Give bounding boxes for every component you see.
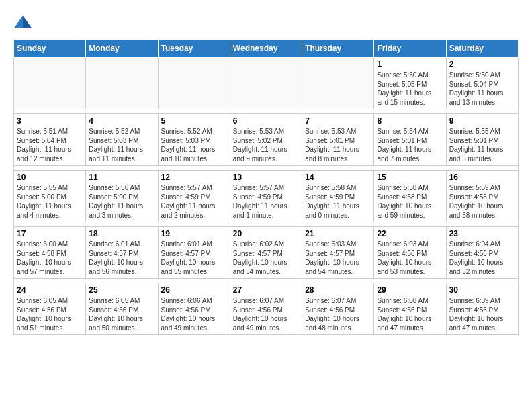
logo-icon bbox=[13, 13, 32, 32]
day-info-line: Daylight: 10 hours and 54 minutes. bbox=[305, 258, 371, 276]
day-number: 9 bbox=[449, 116, 515, 126]
weekday-header-cell: Sunday bbox=[14, 40, 86, 58]
weekday-header-cell: Tuesday bbox=[158, 40, 230, 58]
calendar-week-row: 1Sunrise: 5:50 AMSunset: 5:05 PMDaylight… bbox=[14, 58, 519, 109]
day-info-line: Sunset: 5:01 PM bbox=[449, 136, 515, 146]
day-number: 22 bbox=[377, 229, 443, 238]
day-number: 5 bbox=[161, 116, 227, 126]
day-info-line: Sunset: 5:00 PM bbox=[89, 193, 154, 202]
day-info-line: Sunset: 4:59 PM bbox=[233, 193, 299, 202]
day-info-line: Sunset: 5:05 PM bbox=[377, 80, 443, 89]
day-info-line: Sunset: 5:04 PM bbox=[449, 80, 515, 89]
day-info-line: Sunset: 4:56 PM bbox=[305, 306, 371, 315]
calendar-day-cell: 23Sunrise: 6:04 AMSunset: 4:56 PMDayligh… bbox=[446, 227, 518, 279]
weekday-header-cell: Thursday bbox=[302, 40, 374, 58]
day-number: 2 bbox=[449, 60, 515, 69]
calendar-day-cell: 3Sunrise: 5:51 AMSunset: 5:04 PMDaylight… bbox=[14, 114, 86, 166]
day-info-line: Sunrise: 5:54 AM bbox=[377, 127, 443, 136]
calendar-day-cell: 11Sunrise: 5:56 AMSunset: 5:00 PMDayligh… bbox=[86, 171, 158, 222]
day-info-line: Sunrise: 5:50 AM bbox=[377, 71, 443, 80]
day-number: 30 bbox=[449, 285, 515, 295]
day-info-line: Sunset: 4:56 PM bbox=[449, 306, 515, 315]
day-info-line: Sunset: 5:01 PM bbox=[377, 136, 443, 146]
day-number: 20 bbox=[233, 229, 299, 238]
day-info-line: Sunset: 4:57 PM bbox=[89, 249, 154, 259]
day-info-line: Daylight: 10 hours and 58 minutes. bbox=[449, 201, 515, 220]
day-number: 19 bbox=[161, 229, 227, 238]
day-info-line: Daylight: 11 hours and 1 minute. bbox=[233, 201, 299, 220]
day-number: 18 bbox=[89, 229, 154, 238]
day-info-line: Sunrise: 6:05 AM bbox=[89, 296, 154, 306]
day-number: 28 bbox=[305, 285, 371, 295]
calendar-day-cell: 15Sunrise: 5:58 AMSunset: 4:58 PMDayligh… bbox=[374, 171, 446, 222]
day-info-line: Daylight: 10 hours and 48 minutes. bbox=[305, 314, 371, 332]
calendar-spacer-row bbox=[14, 109, 519, 114]
day-info-line: Sunset: 4:58 PM bbox=[449, 193, 515, 202]
day-number: 16 bbox=[449, 173, 515, 182]
calendar-spacer-row bbox=[14, 166, 519, 171]
day-info-line: Sunrise: 5:59 AM bbox=[449, 183, 515, 193]
calendar-header-row: SundayMondayTuesdayWednesdayThursdayFrid… bbox=[14, 40, 519, 58]
calendar-day-cell: 27Sunrise: 6:07 AMSunset: 4:56 PMDayligh… bbox=[230, 283, 302, 335]
day-info-line: Sunrise: 5:53 AM bbox=[305, 127, 371, 136]
day-info-line: Sunset: 4:59 PM bbox=[161, 193, 227, 202]
day-info-line: Sunset: 4:56 PM bbox=[449, 249, 515, 259]
calendar-day-cell: 21Sunrise: 6:03 AMSunset: 4:57 PMDayligh… bbox=[302, 227, 374, 279]
day-number: 23 bbox=[449, 229, 515, 238]
day-info-line: Sunrise: 5:51 AM bbox=[17, 127, 83, 136]
day-info-line: Daylight: 11 hours and 9 minutes. bbox=[233, 145, 299, 163]
calendar-day-cell: 26Sunrise: 6:06 AMSunset: 4:56 PMDayligh… bbox=[158, 283, 230, 335]
calendar-day-cell: 8Sunrise: 5:54 AMSunset: 5:01 PMDaylight… bbox=[374, 114, 446, 166]
calendar-day-cell: 29Sunrise: 6:08 AMSunset: 4:56 PMDayligh… bbox=[374, 283, 446, 335]
day-info-line: Sunrise: 6:00 AM bbox=[17, 240, 83, 249]
calendar-day-cell: 16Sunrise: 5:59 AMSunset: 4:58 PMDayligh… bbox=[446, 171, 518, 222]
day-info-line: Sunset: 4:56 PM bbox=[377, 249, 443, 259]
day-info-line: Daylight: 10 hours and 50 minutes. bbox=[89, 314, 154, 332]
calendar-day-cell: 6Sunrise: 5:53 AMSunset: 5:02 PMDaylight… bbox=[230, 114, 302, 166]
day-number: 15 bbox=[377, 173, 443, 182]
day-info-line: Sunrise: 6:03 AM bbox=[377, 240, 443, 249]
day-number: 12 bbox=[161, 173, 227, 182]
calendar-day-cell bbox=[14, 58, 86, 109]
day-info-line: Sunrise: 6:01 AM bbox=[161, 240, 227, 249]
day-info-line: Daylight: 11 hours and 5 minutes. bbox=[449, 145, 515, 163]
day-info-line: Daylight: 10 hours and 55 minutes. bbox=[161, 258, 227, 276]
day-number: 13 bbox=[233, 173, 299, 182]
logo bbox=[13, 13, 34, 32]
day-info-line: Daylight: 10 hours and 47 minutes. bbox=[449, 314, 515, 332]
calendar-day-cell bbox=[230, 58, 302, 109]
calendar-day-cell bbox=[86, 58, 158, 109]
day-info-line: Daylight: 10 hours and 56 minutes. bbox=[89, 258, 154, 276]
calendar-day-cell bbox=[302, 58, 374, 109]
day-info-line: Sunrise: 6:07 AM bbox=[305, 296, 371, 306]
day-info-line: Daylight: 11 hours and 8 minutes. bbox=[305, 145, 371, 163]
calendar-day-cell: 7Sunrise: 5:53 AMSunset: 5:01 PMDaylight… bbox=[302, 114, 374, 166]
calendar-day-cell: 30Sunrise: 6:09 AMSunset: 4:56 PMDayligh… bbox=[446, 283, 518, 335]
day-info-line: Sunset: 4:56 PM bbox=[233, 306, 299, 315]
day-number: 8 bbox=[377, 116, 443, 126]
day-info-line: Sunset: 4:56 PM bbox=[377, 306, 443, 315]
day-info-line: Sunset: 4:59 PM bbox=[305, 193, 371, 202]
calendar-day-cell bbox=[158, 58, 230, 109]
calendar-day-cell: 24Sunrise: 6:05 AMSunset: 4:56 PMDayligh… bbox=[14, 283, 86, 335]
day-info-line: Sunset: 5:04 PM bbox=[17, 136, 83, 146]
calendar-row-spacer bbox=[14, 166, 519, 171]
weekday-header-cell: Friday bbox=[374, 40, 446, 58]
day-number: 25 bbox=[89, 285, 154, 295]
day-info-line: Daylight: 10 hours and 52 minutes. bbox=[449, 258, 515, 276]
calendar-day-cell: 12Sunrise: 5:57 AMSunset: 4:59 PMDayligh… bbox=[158, 171, 230, 222]
day-info-line: Sunset: 4:58 PM bbox=[377, 193, 443, 202]
day-info-line: Sunrise: 6:02 AM bbox=[233, 240, 299, 249]
day-info-line: Daylight: 10 hours and 51 minutes. bbox=[17, 314, 83, 332]
day-info-line: Sunrise: 5:56 AM bbox=[89, 183, 154, 193]
day-info-line: Sunrise: 5:57 AM bbox=[233, 183, 299, 193]
page-header bbox=[13, 13, 519, 32]
day-info-line: Sunset: 4:57 PM bbox=[161, 249, 227, 259]
calendar-row-spacer bbox=[14, 222, 519, 227]
day-number: 24 bbox=[17, 285, 83, 295]
calendar-day-cell: 20Sunrise: 6:02 AMSunset: 4:57 PMDayligh… bbox=[230, 227, 302, 279]
day-info-line: Sunset: 4:56 PM bbox=[161, 306, 227, 315]
day-info-line: Sunset: 4:58 PM bbox=[17, 249, 83, 259]
day-info-line: Sunrise: 5:57 AM bbox=[161, 183, 227, 193]
day-info-line: Sunrise: 6:03 AM bbox=[305, 240, 371, 249]
